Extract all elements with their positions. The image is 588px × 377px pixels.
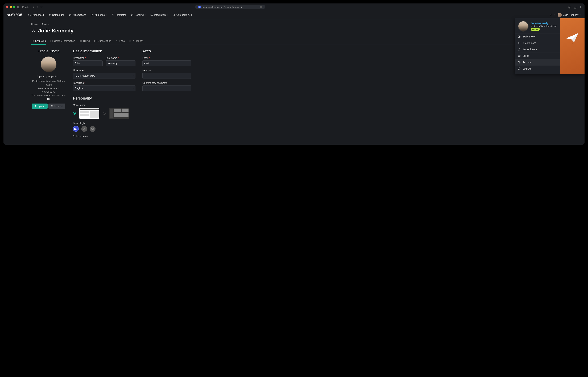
dropdown-avatar: [518, 21, 529, 32]
dd-account[interactable]: Account: [515, 59, 560, 65]
private-label: Private: [22, 6, 29, 8]
theme-auto-button[interactable]: [90, 126, 96, 132]
email-label: Email *: [142, 57, 191, 59]
svg-rect-24: [518, 55, 520, 57]
basic-heading: Basic information: [73, 49, 136, 53]
share-icon[interactable]: [574, 5, 576, 9]
nav-audience[interactable]: Audience▾: [89, 12, 109, 17]
dd-billing[interactable]: Billing: [515, 53, 560, 59]
last-name-label: Last name *: [106, 57, 136, 59]
layout-radio-top[interactable]: [73, 112, 76, 115]
minimize-window-button[interactable]: [10, 6, 12, 8]
language-select[interactable]: English▾: [73, 85, 136, 91]
svg-point-16: [51, 41, 51, 41]
svg-point-26: [519, 61, 520, 62]
nav-integration[interactable]: Integration▾: [149, 12, 170, 17]
color-scheme-label: Color scheme: [73, 135, 136, 138]
last-name-input[interactable]: [106, 60, 136, 66]
svg-point-19: [130, 40, 131, 41]
nav-sending[interactable]: Sending▾: [129, 12, 148, 17]
svg-point-12: [33, 29, 34, 31]
svg-rect-22: [518, 36, 520, 37]
url-host: demo.acellemail.com: [202, 6, 223, 8]
tab-logs[interactable]: Logs: [115, 38, 125, 45]
reload-button[interactable]: [40, 5, 43, 9]
avatar: [558, 13, 562, 17]
upload-hint: Upload your photo…: [31, 75, 66, 78]
svg-rect-2: [241, 7, 242, 8]
chevron-down-icon: ▾: [554, 14, 555, 16]
sidebar-toggle-icon[interactable]: [17, 6, 20, 8]
account-heading: Acco: [142, 49, 191, 53]
svg-point-14: [33, 41, 33, 41]
tab-my-profile[interactable]: My profile: [31, 38, 46, 45]
svg-rect-0: [18, 6, 20, 8]
dropdown-user-email: customer@acellemail.com: [531, 25, 557, 27]
first-name-input[interactable]: [73, 60, 103, 66]
chevron-down-icon: ▾: [145, 14, 146, 16]
confirm-password-label: Confirm new password: [142, 82, 191, 84]
menu-layout-label: Menu layout: [73, 104, 136, 106]
tab-contact[interactable]: Contact information: [50, 38, 75, 45]
user-name: Jolie Kennedy: [563, 13, 578, 16]
titlebar: Private M demo.acellemail.com/account/pr…: [3, 3, 585, 11]
photo-requirements: Photo should be at least 300px x 300px A…: [31, 79, 66, 101]
close-window-button[interactable]: [6, 6, 8, 8]
new-password-input[interactable]: [142, 73, 191, 79]
nav-templates[interactable]: Templates: [110, 12, 128, 17]
svg-rect-8: [112, 14, 114, 16]
nav-history[interactable]: ▾: [548, 12, 557, 17]
dd-credits[interactable]: Credits used: [515, 40, 560, 46]
theme-light-button[interactable]: [81, 126, 87, 132]
downloads-icon[interactable]: [568, 5, 571, 9]
chevron-down-icon: ▾: [167, 14, 168, 16]
user-menu-trigger[interactable]: Jolie Kennedy ▾: [558, 13, 581, 17]
new-tab-icon[interactable]: [579, 5, 582, 9]
first-name-label: First name *: [73, 57, 103, 59]
tab-subscription[interactable]: Subscription: [94, 38, 112, 45]
remove-button[interactable]: Remove: [49, 104, 65, 109]
personality-heading: Personality: [73, 96, 136, 101]
nav-campaign-api[interactable]: Campaign API: [171, 12, 194, 17]
forward-button[interactable]: [37, 5, 38, 9]
brand-logo[interactable]: Acelle Mail: [7, 13, 22, 17]
language-label: Language *: [73, 82, 136, 84]
email-input[interactable]: [142, 60, 191, 66]
tabs: My profile Contact information Billing S…: [31, 38, 577, 45]
user-dropdown: Jolie Kennedy customer@acellemail.com AC…: [515, 18, 585, 74]
svg-rect-18: [95, 40, 96, 42]
site-badge: M: [198, 6, 201, 8]
nav-automations[interactable]: Automations: [67, 12, 88, 17]
breadcrumb: Home › Profile: [31, 23, 577, 26]
layout-thumb-side[interactable]: [109, 108, 129, 119]
nav-dashboard[interactable]: Dashboard: [26, 12, 46, 17]
dropdown-user-name[interactable]: Jolie Kennedy: [531, 22, 557, 25]
breadcrumb-current: Profile: [42, 23, 49, 26]
url-bar[interactable]: M demo.acellemail.com/account/profile ⋯: [195, 5, 265, 9]
svg-rect-21: [91, 128, 94, 129]
profile-photo[interactable]: [41, 57, 56, 72]
upload-button[interactable]: Upload: [32, 104, 48, 109]
dd-subscriptions[interactable]: Subscriptions: [515, 46, 560, 53]
page-title: Jolie Kennedy: [38, 28, 74, 34]
timezone-select[interactable]: (GMT+00:00) UTC▾: [73, 73, 136, 79]
back-button[interactable]: [33, 5, 35, 9]
tab-billing[interactable]: Billing: [79, 38, 90, 45]
traffic-lights: [6, 6, 15, 8]
theme-dark-button[interactable]: [73, 126, 79, 132]
dark-light-label: Dark / Light: [73, 122, 136, 125]
dd-logout[interactable]: Log Out: [515, 65, 560, 72]
layout-thumb-top[interactable]: [79, 108, 99, 119]
topnav: Acelle Mail Dashboard Campaigns Automati…: [3, 11, 585, 19]
breadcrumb-home[interactable]: Home: [31, 23, 38, 26]
tab-api-token[interactable]: API token: [129, 38, 144, 45]
confirm-password-input[interactable]: [142, 85, 191, 91]
nav-campaigns[interactable]: Campaigns: [47, 12, 66, 17]
more-icon[interactable]: ⋯: [260, 6, 263, 8]
dd-switch-view[interactable]: Switch view: [515, 33, 560, 40]
timezone-label: Timezone *: [73, 69, 136, 72]
paper-plane-icon: [565, 32, 581, 44]
url-path: /account/profile: [224, 6, 239, 8]
layout-radio-side[interactable]: [103, 112, 106, 115]
maximize-window-button[interactable]: [13, 6, 15, 8]
